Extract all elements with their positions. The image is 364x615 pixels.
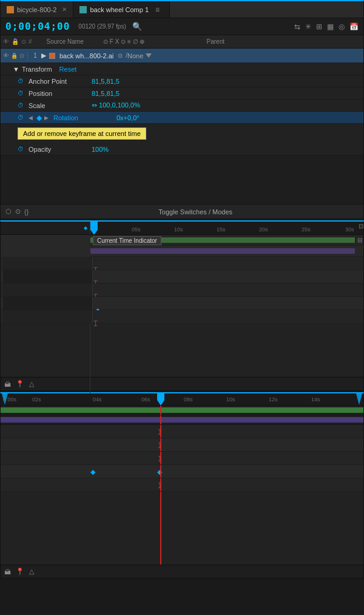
prop-value-scale[interactable]: ⇔ 100,0,100,0% (92, 101, 140, 109)
tl2-redline-5 (160, 452, 161, 464)
stopwatch-rotation[interactable]: ⏱ (18, 114, 26, 121)
parent-header: Parent (207, 38, 224, 45)
timeline-tracks-top: 𝙸 𝙸 𝙸 ◆ 𝙸 (1, 257, 363, 377)
tl2-diamond-left: ◆ (90, 468, 95, 476)
comp-grid-icon[interactable]: ⊞ (316, 22, 322, 31)
tab-backwheel[interactable]: back wheel Comp 1 ≡ (73, 1, 170, 18)
prop-value-rotation[interactable]: 0x+0,0° (116, 114, 140, 121)
tl2-tick-04: 04s (93, 396, 102, 403)
bottom-icon1[interactable]: ⬡ (5, 208, 12, 216)
tl2-redline-3 (160, 425, 161, 438)
layer-color (49, 53, 55, 59)
tl2-tick-08: 08s (184, 396, 193, 403)
prop-row-anchor: ⏱ Anchor Point 81,5,81,5 (1, 75, 363, 87)
toolbar-icons: ⇆ ✳ ⊞ ▦ ◎ 📅 (294, 22, 359, 31)
transform-header: ▼ Transform Reset (1, 63, 363, 75)
kf-diamond-icon[interactable]: ◆ (36, 114, 42, 122)
tl2-track-3: 𝙸 (1, 452, 363, 465)
prop-name-scale: Scale (29, 102, 89, 109)
fx-icons: ⊙ F X ⊙ ≡ ∅ ⊕ (103, 38, 144, 45)
tl-track-2: 𝙸 (1, 270, 363, 284)
prop-value-position[interactable]: 81,5,81,5 (92, 90, 120, 97)
tl-track-1: 𝙸 (1, 257, 363, 270)
tl2-redline-1 (160, 406, 161, 415)
prop-value-anchor[interactable]: 81,5,81,5 (92, 78, 120, 85)
parent-dropdown-icon[interactable] (146, 53, 152, 58)
tab-menu-icon[interactable]: ≡ (152, 5, 163, 14)
tl2-marker-icon[interactable]: 📍 (16, 568, 24, 576)
kf-next-icon[interactable]: ▶ (44, 115, 49, 121)
tl2-tick-10: 10s (226, 396, 235, 403)
search-icon[interactable]: 🔍 (132, 22, 142, 31)
header-toolbar: 0;00;04;00 00120 (29.97 fps) 🔍 ⇆ ✳ ⊞ ▦ ◎… (1, 18, 363, 35)
tl2-purple-row (1, 415, 363, 425)
tl-empty-rows (1, 324, 363, 377)
cti-tooltip: Current Time Indicator (93, 236, 161, 245)
tl2-green-bar (1, 407, 363, 413)
tab-bar: bicycle-800-2 ✕ back wheel Comp 1 ≡ (1, 1, 363, 18)
tl2-tick-14: 14s (311, 396, 320, 403)
toggle-modes-label[interactable]: Toggle Switches / Modes (32, 208, 359, 216)
tl-track-3: 𝙸 (1, 284, 363, 297)
tl-left-1 (3, 257, 93, 270)
tick-25s: 25s (302, 226, 311, 233)
tab-icon-bicycle (7, 6, 14, 13)
tl-track-5: 𝙸 (1, 310, 363, 324)
tl2-track-4: ◆ ◆ (1, 465, 363, 478)
tl2-mountain-icon[interactable]: 🏔 (4, 568, 11, 576)
prop-name-anchor: Anchor Point (29, 78, 89, 85)
comp-add-icon[interactable]: ✳ (305, 22, 311, 31)
tl2-tick-06: 06s (141, 396, 150, 403)
time-display[interactable]: 0;00;04;00 (5, 21, 70, 32)
tl-left-4 (3, 297, 93, 310)
tl2-track-2: 𝙸 (1, 438, 363, 452)
tl2-peaks-icon[interactable]: △ (29, 568, 34, 576)
kf-prev-icon[interactable]: ◀ (29, 115, 33, 121)
visibility-icon[interactable]: 👁 (3, 52, 9, 59)
tl2-tick-02: 02s (32, 396, 41, 403)
prop-name-rotation: Rotation (53, 114, 114, 121)
expand-icon[interactable]: ▼ (13, 66, 19, 73)
tl2-cti-marker[interactable] (157, 393, 164, 406)
stopwatch-anchor[interactable]: ⏱ (18, 78, 26, 84)
reset-button[interactable]: Reset (59, 66, 77, 73)
solo-icon[interactable]: ⊙ (19, 52, 24, 59)
tick-20s: 20s (259, 226, 268, 233)
tl2-track-1: 𝙸 (1, 425, 363, 438)
work-area-section: Current Time Indicator ⊟ (1, 235, 363, 257)
tl-track-4: ◆ (1, 297, 363, 310)
lock-col-icon: 🔒 (12, 38, 19, 45)
prop-row-rotation: ⏱ ◀ ◆ ▶ Rotation 0x+0,0° (1, 112, 363, 124)
prop-name-opacity: Opacity (29, 146, 89, 153)
tl2-right-marker (356, 393, 362, 405)
comp-flow-icon[interactable]: ⇆ (294, 22, 300, 31)
timeline-panel-bottom: 0:00s 02s 04s 06s 08s 10s 12s 14s 𝙸 𝙸 𝙸 … (0, 392, 364, 579)
stopwatch-scale[interactable]: ⏱ (18, 102, 26, 109)
comp-tiles-icon[interactable]: ▦ (327, 22, 334, 31)
prop-value-opacity[interactable]: 100% (92, 146, 109, 153)
col-headers: 👁 🔒 ⊙ # Source Name ⊙ F X ⊙ ≡ ∅ ⊕ Parent (1, 35, 363, 49)
stopwatch-opacity[interactable]: ⏱ (18, 146, 26, 152)
stopwatch-position[interactable]: ⏱ (18, 90, 26, 97)
col-header-icons: 👁 🔒 ⊙ # Source Name (3, 38, 103, 45)
ruler-left-marker: ◆ (84, 225, 87, 231)
collapse-icon[interactable]: ⊟ (357, 237, 362, 243)
layer-row[interactable]: 👁 🔒 ⊙ 1 ▶ back wh...800-2.ai ⊙ / None (1, 49, 363, 63)
prop-name-position: Position (29, 90, 89, 97)
timeline-ruler-top: ◆ 0s 05s 10s 15s 20s 25s 30s ⊡ (1, 222, 363, 235)
tab-close-bicycle[interactable]: ✕ (62, 6, 67, 13)
bottom-toolbar: ⬡ ⊙ {} Toggle Switches / Modes (1, 204, 363, 219)
prop-row-position: ⏱ Position 81,5,81,5 (1, 87, 363, 100)
tl2-purple-bar (1, 417, 363, 423)
bottom-icon2[interactable]: ⊙ (15, 208, 21, 216)
comp-cal-icon[interactable]: 📅 (349, 22, 359, 31)
bottom-icon3[interactable]: {} (24, 208, 29, 216)
layer-source-icon[interactable]: ⊙ (118, 52, 123, 59)
comp-circle-icon[interactable]: ◎ (339, 22, 345, 31)
empty-comp-area (1, 155, 363, 204)
layer-name: back wh...800-2.ai (59, 52, 113, 59)
tab-bicycle[interactable]: bicycle-800-2 ✕ (1, 1, 73, 18)
lock-icon[interactable]: 🔒 (11, 53, 18, 59)
tab-label-backwheel: back wheel Comp 1 (90, 6, 149, 13)
ruler-right-icon[interactable]: ⊡ (359, 223, 363, 229)
